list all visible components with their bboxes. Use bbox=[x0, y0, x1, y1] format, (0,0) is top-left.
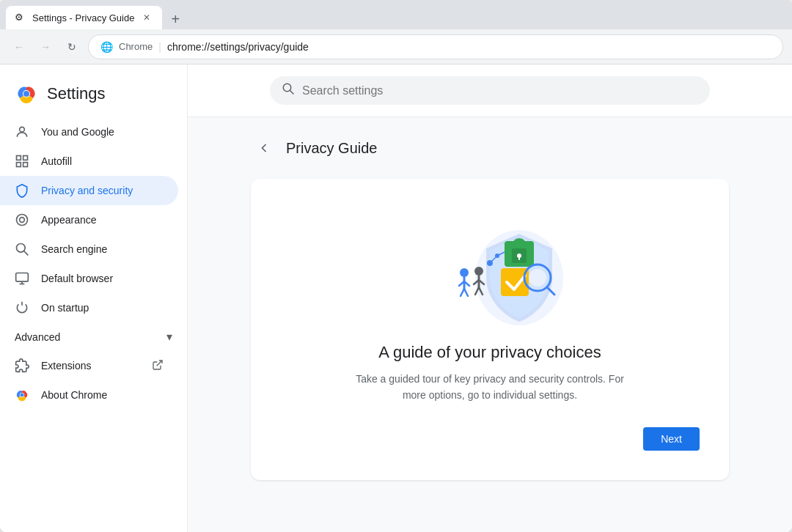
svg-point-9 bbox=[20, 218, 25, 223]
sidebar-item-default-browser[interactable]: Default browser bbox=[0, 264, 178, 293]
url-bar[interactable]: 🌐 Chrome | chrome://settings/privacy/gui… bbox=[88, 34, 783, 59]
person-icon bbox=[15, 125, 29, 139]
svg-point-18 bbox=[21, 394, 24, 397]
search-icon bbox=[282, 82, 295, 99]
privacy-guide-illustration bbox=[409, 208, 571, 325]
settings-container: Settings You and Google Autofill bbox=[0, 64, 792, 532]
sidebar-item-label: On startup bbox=[41, 302, 89, 314]
sidebar-item-appearance[interactable]: Appearance bbox=[0, 205, 178, 234]
sidebar-item-label: You and Google bbox=[41, 126, 114, 138]
chevron-down-icon: ▾ bbox=[166, 330, 172, 344]
extensions-icon bbox=[15, 358, 29, 373]
sidebar-header: Settings bbox=[0, 76, 187, 117]
svg-point-19 bbox=[283, 84, 291, 92]
settings-page-title: Settings bbox=[47, 84, 106, 103]
page-title: Privacy Guide bbox=[286, 140, 378, 157]
reload-button[interactable]: ↻ bbox=[62, 37, 82, 57]
sidebar-item-about-chrome[interactable]: About Chrome bbox=[0, 380, 178, 410]
sidebar-item-label: Search engine bbox=[41, 243, 107, 255]
appearance-icon bbox=[15, 213, 29, 227]
page-header: Privacy Guide bbox=[251, 135, 729, 161]
about-chrome-icon bbox=[15, 388, 29, 402]
back-button[interactable]: ← bbox=[9, 37, 29, 57]
back-icon: ← bbox=[14, 41, 24, 53]
sidebar-item-privacy-and-security[interactable]: Privacy and security bbox=[0, 176, 178, 205]
advanced-label: Advanced bbox=[15, 331, 60, 343]
svg-point-8 bbox=[17, 215, 28, 226]
sidebar: Settings You and Google Autofill bbox=[0, 64, 188, 532]
tab-bar: ⚙ Settings - Privacy Guide ✕ + bbox=[0, 0, 792, 29]
svg-line-15 bbox=[157, 361, 162, 366]
svg-point-10 bbox=[17, 244, 26, 253]
new-tab-button[interactable]: + bbox=[165, 9, 186, 29]
url-source: Chrome bbox=[119, 41, 153, 52]
search-bar-container bbox=[188, 64, 792, 117]
autofill-icon bbox=[15, 154, 29, 169]
guide-description: Take a guided tour of key privacy and se… bbox=[351, 371, 629, 404]
svg-rect-25 bbox=[518, 256, 520, 260]
svg-rect-6 bbox=[17, 163, 21, 167]
guide-card: A guide of your privacy choices Take a g… bbox=[251, 179, 729, 480]
tab-title: Settings - Privacy Guide bbox=[32, 12, 134, 23]
address-bar: ← → ↻ 🌐 Chrome | chrome://settings/priva… bbox=[0, 29, 792, 64]
forward-button[interactable]: → bbox=[35, 37, 56, 57]
svg-point-34 bbox=[460, 268, 469, 277]
search-icon bbox=[15, 242, 29, 256]
svg-line-11 bbox=[24, 251, 29, 256]
tab-close-button[interactable]: ✕ bbox=[140, 11, 153, 24]
svg-line-38 bbox=[461, 289, 464, 296]
active-tab[interactable]: ⚙ Settings - Privacy Guide ✕ bbox=[6, 6, 162, 29]
svg-line-20 bbox=[290, 90, 293, 94]
url-separator: | bbox=[158, 41, 161, 53]
sidebar-item-extensions[interactable]: Extensions bbox=[0, 351, 178, 380]
chrome-logo-icon bbox=[15, 82, 38, 106]
forward-icon: → bbox=[40, 41, 51, 53]
tab-favicon: ⚙ bbox=[15, 12, 26, 23]
svg-rect-7 bbox=[23, 163, 28, 167]
svg-rect-5 bbox=[23, 156, 28, 160]
sidebar-item-label: About Chrome bbox=[41, 389, 107, 401]
sidebar-item-label: Privacy and security bbox=[41, 185, 133, 196]
content-area: Privacy Guide bbox=[233, 117, 747, 498]
svg-point-40 bbox=[474, 267, 483, 276]
sidebar-item-on-startup[interactable]: On startup bbox=[0, 293, 178, 322]
sidebar-item-label: Default browser bbox=[41, 273, 113, 284]
svg-line-39 bbox=[464, 289, 468, 296]
svg-point-3 bbox=[20, 127, 25, 132]
advanced-section[interactable]: Advanced ▾ bbox=[0, 322, 187, 351]
next-button[interactable]: Next bbox=[643, 427, 700, 451]
sidebar-item-autofill[interactable]: Autofill bbox=[0, 147, 178, 176]
svg-rect-4 bbox=[17, 156, 21, 160]
sidebar-item-label: Appearance bbox=[41, 214, 97, 226]
back-button[interactable] bbox=[251, 135, 277, 161]
globe-icon: 🌐 bbox=[100, 41, 113, 53]
default-browser-icon bbox=[15, 271, 29, 286]
power-icon bbox=[15, 300, 29, 315]
svg-point-2 bbox=[23, 91, 29, 97]
external-link-icon bbox=[152, 359, 164, 373]
reload-icon: ↻ bbox=[67, 41, 76, 53]
sidebar-item-search-engine[interactable]: Search engine bbox=[0, 234, 178, 264]
sidebar-item-label: Autofill bbox=[41, 155, 72, 167]
extensions-label: Extensions bbox=[41, 360, 91, 372]
search-input[interactable] bbox=[302, 84, 698, 97]
sidebar-item-you-and-google[interactable]: You and Google bbox=[0, 117, 178, 147]
svg-point-28 bbox=[529, 269, 546, 287]
url-text: chrome://settings/privacy/guide bbox=[167, 41, 771, 53]
guide-heading: A guide of your privacy choices bbox=[378, 343, 601, 362]
search-bar bbox=[270, 76, 710, 105]
main-content: Privacy Guide bbox=[188, 64, 792, 532]
svg-rect-12 bbox=[16, 273, 29, 282]
shield-icon bbox=[15, 183, 29, 198]
